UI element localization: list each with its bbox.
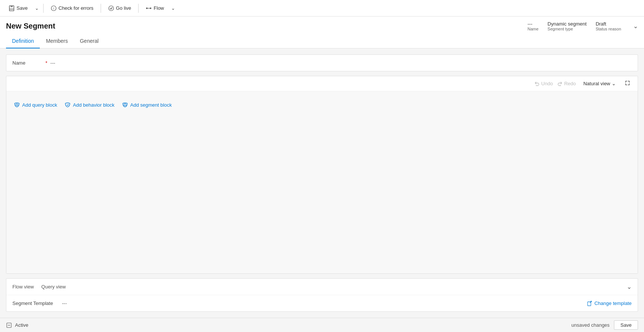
toolbar-divider-3 [138,4,139,13]
header-meta: --- Name Dynamic segment Segment type Dr… [528,21,638,31]
go-live-icon [108,5,114,11]
svg-rect-1 [11,6,13,7]
segment-type-label: Segment type [547,27,573,31]
template-value: --- [62,300,67,306]
undo-icon [534,81,540,86]
save-icon [9,5,15,11]
view-body: Segment Template --- Change template [6,295,638,311]
status-icon [6,322,12,328]
toolbar-divider-2 [101,4,101,13]
status-reason-value: Draft [596,21,606,27]
save-dropdown-chevron[interactable]: ⌄ [33,4,40,13]
add-behavior-block-button[interactable]: Add behavior block [65,100,115,109]
go-live-button[interactable]: Go live [104,3,135,14]
canvas-body: Add query block Add behavior block Add s… [6,91,638,273]
main-toolbar: Save ⌄ ! Check for errors Go live Flow ⌄ [0,0,644,17]
tab-general[interactable]: General [74,34,105,48]
query-block-icon [14,102,20,108]
svg-rect-2 [10,8,14,10]
block-actions: Add query block Add behavior block Add s… [14,100,630,109]
svg-rect-10 [124,104,126,106]
name-card: Name * --- [6,54,638,71]
redo-label: Redo [564,81,576,86]
toolbar-divider-1 [43,4,44,13]
status-left: Active [6,322,28,328]
name-field-label: Name [12,60,42,66]
svg-text:!: ! [53,7,54,11]
view-header[interactable]: Flow view Query view ⌄ [6,279,638,295]
svg-point-7 [150,8,151,9]
name-meta-label: Name [528,27,538,31]
svg-point-6 [146,8,148,9]
expand-icon [625,80,630,86]
undo-button[interactable]: Undo [534,81,553,86]
flow-button[interactable]: Flow [142,3,168,14]
add-query-label: Add query block [22,102,57,108]
template-label: Segment Template [12,300,57,306]
segment-type-value: Dynamic segment [547,21,587,27]
main-content: Name * --- Undo Redo Natural view [0,48,644,318]
flow-view-tab[interactable]: Flow view [12,284,34,290]
undo-label: Undo [541,81,553,86]
view-section-chevron[interactable]: ⌄ [627,283,632,290]
add-segment-block-button[interactable]: Add segment block [122,100,172,109]
flow-icon [146,5,152,11]
go-live-label: Go live [116,5,131,11]
header-expand-chevron[interactable]: ⌄ [633,23,638,30]
status-reason-label: Status reason [596,27,621,31]
name-meta-value: --- [528,21,532,27]
add-behavior-label: Add behavior block [73,102,115,108]
change-template-button[interactable]: Change template [587,300,632,306]
status-save-button[interactable]: Save [614,320,638,330]
svg-point-9 [16,104,18,106]
natural-view-button[interactable]: Natural view ⌄ [580,79,619,88]
template-section: Segment Template --- [12,300,67,306]
check-errors-button[interactable]: ! Check for errors [47,3,98,14]
save-label: Save [17,5,28,11]
query-view-tab[interactable]: Query view [41,284,66,290]
status-reason-meta: Draft Status reason [596,21,621,31]
tab-bar: Definition Members General [0,34,644,48]
redo-button[interactable]: Redo [557,81,576,86]
name-meta: --- Name [528,21,538,31]
tab-definition[interactable]: Definition [6,34,40,48]
natural-view-label: Natural view [583,81,610,86]
add-query-block-button[interactable]: Add query block [14,100,57,109]
tab-members[interactable]: Members [40,34,74,48]
status-text: Active [15,322,28,328]
redo-icon [557,81,563,86]
page-header: New Segment --- Name Dynamic segment Seg… [0,17,644,31]
name-field-value: --- [50,60,55,66]
change-template-label: Change template [594,300,632,306]
view-tabs: Flow view Query view [12,284,66,290]
expand-canvas-button[interactable] [623,80,632,88]
svg-point-5 [109,6,113,11]
natural-view-chevron: ⌄ [612,81,616,86]
name-required-marker: * [45,60,47,66]
segment-block-icon [122,102,128,108]
page-title: New Segment [6,22,55,30]
definition-canvas: Undo Redo Natural view ⌄ [6,76,638,274]
check-errors-label: Check for errors [59,5,94,11]
status-bar: Active unsaved changes Save [0,318,644,332]
add-segment-label: Add segment block [130,102,172,108]
status-right: unsaved changes Save [571,320,638,330]
flow-dropdown-chevron[interactable]: ⌄ [170,4,176,13]
unsaved-changes-label: unsaved changes [571,322,609,328]
segment-type-meta: Dynamic segment Segment type [547,21,587,31]
behavior-block-icon [65,102,71,108]
save-button[interactable]: Save [5,3,32,14]
canvas-toolbar: Undo Redo Natural view ⌄ [6,76,638,91]
change-template-icon [587,301,592,306]
check-errors-icon: ! [51,5,57,11]
flow-label: Flow [154,5,164,11]
view-section: Flow view Query view ⌄ Segment Template … [6,278,638,312]
